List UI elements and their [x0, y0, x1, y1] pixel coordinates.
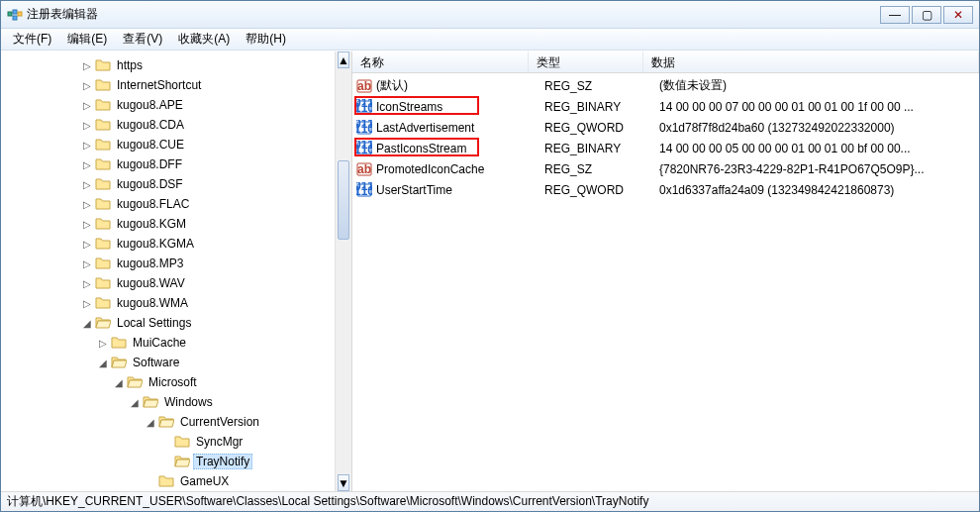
menu-favorites[interactable]: 收藏夹(A) — [170, 29, 238, 50]
tree-node[interactable]: ◢Microsoft — [1, 372, 351, 392]
tree-node[interactable]: ▷kugou8.DSF — [1, 174, 351, 194]
col-type[interactable]: 类型 — [529, 51, 643, 72]
tree-node[interactable]: ◢CurrentVersion — [1, 412, 351, 432]
tree-node-label: kugou8.DSF — [114, 176, 186, 192]
folder-icon — [94, 216, 114, 232]
tree-node-label: CurrentVersion — [177, 414, 262, 430]
menu-edit[interactable]: 编辑(E) — [59, 29, 115, 50]
tree-node-label: Windows — [161, 394, 216, 410]
folder-icon — [110, 335, 130, 351]
tree-node-label: https — [114, 57, 146, 73]
expand-icon[interactable]: ▷ — [80, 199, 94, 210]
expand-icon[interactable]: ▷ — [80, 140, 94, 151]
svg-rect-1 — [13, 10, 17, 14]
tree-node[interactable]: ◢Software — [1, 353, 351, 372]
tree-node[interactable]: ▷kugou8.FLAC — [1, 194, 351, 214]
tree-node[interactable]: ▷kugou8.WAV — [1, 273, 351, 293]
status-path: 计算机\HKEY_CURRENT_USER\Software\Classes\L… — [7, 493, 648, 510]
tree-node-label: Software — [130, 355, 182, 370]
tree-node[interactable]: ▷kugou8.DFF — [1, 154, 351, 174]
collapse-icon[interactable]: ◢ — [144, 417, 157, 428]
value-type: REG_SZ — [544, 162, 659, 176]
tree-node[interactable]: ▷https — [1, 55, 351, 75]
expand-icon[interactable]: ▷ — [96, 338, 110, 349]
tree-node-label: kugou8.KGM — [114, 216, 189, 232]
tree-node[interactable]: SyncMgr — [1, 432, 351, 452]
tree-node-label: InternetShortcut — [114, 77, 204, 93]
expand-icon[interactable]: ▷ — [80, 219, 94, 230]
expand-icon[interactable]: ▷ — [80, 60, 94, 71]
maximize-button[interactable]: ▢ — [912, 6, 941, 24]
statusbar: 计算机\HKEY_CURRENT_USER\Software\Classes\L… — [1, 491, 979, 511]
expand-icon[interactable]: ▷ — [80, 298, 94, 309]
value-row[interactable]: abPromotedIconCacheREG_SZ{7820NR76-23R3-… — [352, 158, 979, 179]
expand-icon[interactable]: ▷ — [80, 100, 94, 111]
value-pane: 名称 类型 数据 ab(默认)REG_SZ(数值未设置)011110IconSt… — [352, 51, 979, 491]
app-icon — [7, 7, 23, 23]
tree-node[interactable]: ▷kugou8.CDA — [1, 115, 351, 135]
col-data[interactable]: 数据 — [643, 51, 979, 72]
value-row[interactable]: 011110LastAdvertisementREG_QWORD0x1d78f7… — [352, 117, 979, 138]
menu-view[interactable]: 查看(V) — [115, 29, 170, 50]
tree-node[interactable]: TrayNotify — [1, 452, 351, 471]
tree-node[interactable]: ▷kugou8.MP3 — [1, 254, 351, 273]
scroll-up-icon[interactable]: ▲ — [338, 51, 349, 68]
tree-node[interactable]: ▷kugou8.KGMA — [1, 234, 351, 254]
collapse-icon[interactable]: ◢ — [96, 358, 110, 368]
collapse-icon[interactable]: ◢ — [112, 377, 126, 388]
collapse-icon[interactable]: ◢ — [80, 318, 94, 329]
scroll-down-icon[interactable]: ▼ — [338, 474, 349, 491]
tree-scrollbar[interactable]: ▲ ▼ — [335, 51, 351, 491]
key-tree[interactable]: ▷https▷InternetShortcut▷kugou8.APE▷kugou… — [1, 51, 351, 491]
tree-node[interactable]: GameUX — [1, 471, 351, 491]
svg-text:110: 110 — [356, 122, 372, 136]
tree-node[interactable]: ▷kugou8.WMA — [1, 293, 351, 313]
tree-node-label: SyncMgr — [193, 434, 245, 450]
value-name: UserStartTime — [376, 183, 544, 197]
tree-node-label: Microsoft — [146, 374, 200, 390]
folder-icon — [126, 374, 146, 390]
minimize-button[interactable]: — — [880, 6, 910, 24]
menu-help[interactable]: 帮助(H) — [238, 29, 294, 50]
string-value-icon: ab — [356, 78, 376, 94]
expand-icon[interactable]: ▷ — [80, 120, 94, 131]
value-row[interactable]: ab(默认)REG_SZ(数值未设置) — [352, 75, 979, 96]
expand-icon[interactable]: ▷ — [80, 239, 94, 250]
menu-file[interactable]: 文件(F) — [5, 29, 59, 50]
expand-icon[interactable]: ▷ — [80, 80, 94, 91]
tree-node[interactable]: ◢Local Settings — [1, 313, 351, 333]
tree-node-label: kugou8.KGMA — [114, 236, 197, 252]
column-headers[interactable]: 名称 类型 数据 — [352, 51, 979, 73]
tree-node[interactable]: ▷InternetShortcut — [1, 75, 351, 95]
string-value-icon: ab — [356, 161, 376, 177]
tree-node[interactable]: ▷MuiCache — [1, 333, 351, 353]
expand-icon[interactable]: ▷ — [80, 278, 94, 289]
tree-node-label: kugou8.WAV — [114, 275, 188, 291]
expand-icon[interactable]: ▷ — [80, 179, 94, 190]
folder-icon — [94, 156, 114, 172]
collapse-icon[interactable]: ◢ — [128, 397, 142, 408]
value-row[interactable]: 011110UserStartTimeREG_QWORD0x1d6337affa… — [352, 179, 979, 200]
tree-node[interactable]: ▷kugou8.APE — [1, 95, 351, 115]
expand-icon[interactable]: ▷ — [80, 159, 94, 170]
value-type: REG_QWORD — [544, 183, 659, 197]
expand-icon[interactable]: ▷ — [80, 258, 94, 269]
folder-icon — [94, 315, 114, 331]
tree-node[interactable]: ▷kugou8.CUE — [1, 135, 351, 154]
value-row[interactable]: 011110PastIconsStreamREG_BINARY14 00 00 … — [352, 138, 979, 158]
main-split: ▷https▷InternetShortcut▷kugou8.APE▷kugou… — [1, 51, 979, 491]
col-name[interactable]: 名称 — [352, 51, 529, 72]
value-list[interactable]: ab(默认)REG_SZ(数值未设置)011110IconStreamsREG_… — [352, 73, 979, 202]
svg-rect-3 — [18, 12, 22, 16]
value-name: PromotedIconCache — [376, 162, 544, 176]
tree-node[interactable]: ◢Windows — [1, 392, 351, 412]
tree-node-label: kugou8.FLAC — [114, 196, 192, 212]
scroll-thumb[interactable] — [338, 160, 349, 240]
folder-icon — [94, 275, 114, 291]
close-button[interactable]: ✕ — [943, 6, 973, 24]
folder-icon — [110, 355, 130, 370]
value-row[interactable]: 011110IconStreamsREG_BINARY14 00 00 00 0… — [352, 96, 979, 117]
tree-node[interactable]: ▷kugou8.KGM — [1, 214, 351, 234]
value-data: 14 00 00 00 05 00 00 00 01 00 01 00 bf 0… — [659, 142, 979, 155]
folder-icon — [173, 434, 193, 450]
